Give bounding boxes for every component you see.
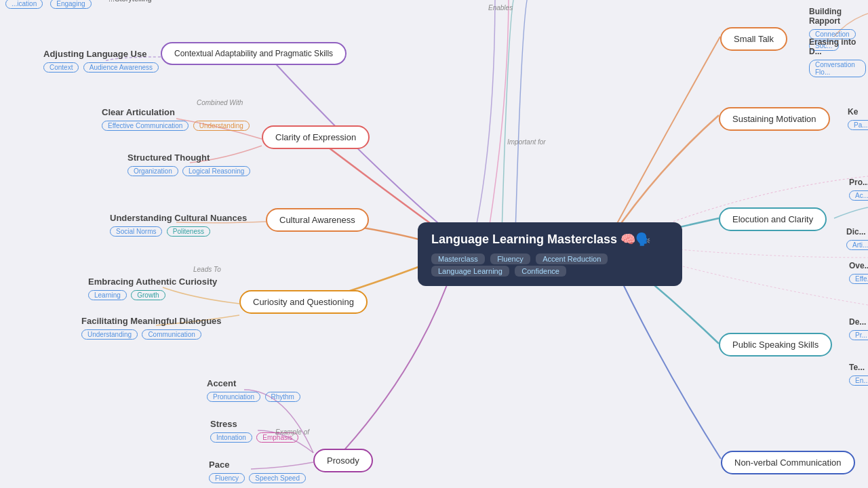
node-nonverbal[interactable]: Non-verbal Communication	[721, 451, 855, 474]
label-erasing: Erasing into D... Conversation Flo...	[809, 37, 868, 77]
label-de: De... Pr...	[849, 317, 868, 340]
tag-fluency[interactable]: Fluency	[490, 253, 530, 264]
label-curiosity: Embracing Authentic Curiosity Learning G…	[88, 277, 217, 300]
label-enables: Enables	[488, 4, 513, 12]
label-ove: Ove... Effe...	[849, 261, 868, 284]
label-te: Te... En...	[849, 363, 868, 386]
label-important-for: Important for	[507, 138, 546, 146]
label-facilitating: Facilitating Meaningful Dialogues Unders…	[81, 316, 222, 340]
label-adjusting: Adjusting Language Use Context Audience …	[43, 49, 161, 73]
node-cultural[interactable]: Cultural Awareness	[266, 208, 369, 232]
node-prosody[interactable]: Prosody	[313, 449, 373, 472]
label-leads-to: Leads To	[193, 266, 221, 273]
node-small-talk[interactable]: Small Talk	[720, 27, 787, 51]
label-example-of: Example of	[275, 428, 309, 436]
tag-masterclass[interactable]: Masterclass	[431, 253, 485, 264]
node-curiosity[interactable]: Curiosity and Questioning	[239, 290, 368, 314]
node-elocution[interactable]: Elocution and Clarity	[719, 207, 827, 231]
node-clarity[interactable]: Clarity of Expression	[262, 125, 370, 149]
top-partial-tags: ...ication Engaging	[0, 0, 99, 12]
tag-accent-reduction[interactable]: Accent Reduction	[536, 253, 608, 264]
label-cultural-nuances: Understanding Cultural Nuances Social No…	[110, 213, 247, 237]
label-ke: Ke Pa...	[848, 107, 868, 130]
mind-map-canvas: Language Learning Masterclass 🧠🗣️ Master…	[0, 0, 868, 488]
label-pro: Pro... Ac...	[849, 178, 868, 201]
label-clear-articulation: Clear Articulation Effective Communicati…	[102, 107, 252, 131]
label-accent: Accent Pronunciation Rhythm	[207, 378, 302, 402]
node-public-speaking[interactable]: Public Speaking Skills	[719, 333, 832, 357]
top-partial-label: ...Storytelling	[108, 0, 152, 3]
center-card-title: Language Learning Masterclass 🧠🗣️	[431, 232, 669, 247]
label-dic: Dic... Arti...	[846, 227, 868, 250]
node-sustaining[interactable]: Sustaining Motivation	[719, 107, 830, 131]
label-pace: Pace Fluency Speech Speed	[209, 460, 308, 483]
tag-confidence[interactable]: Confidence	[515, 266, 566, 277]
tag-language-learning[interactable]: Language Learning	[431, 266, 509, 277]
center-card-tags: Masterclass Fluency Accent Reduction Lan…	[431, 252, 669, 277]
label-combined-with: Combined With	[197, 99, 243, 106]
label-structured: Structured Thought Organization Logical …	[127, 152, 252, 176]
center-card[interactable]: Language Learning Masterclass 🧠🗣️ Master…	[418, 222, 682, 286]
node-contextual[interactable]: Contextual Adaptability and Pragmatic Sk…	[161, 42, 347, 65]
